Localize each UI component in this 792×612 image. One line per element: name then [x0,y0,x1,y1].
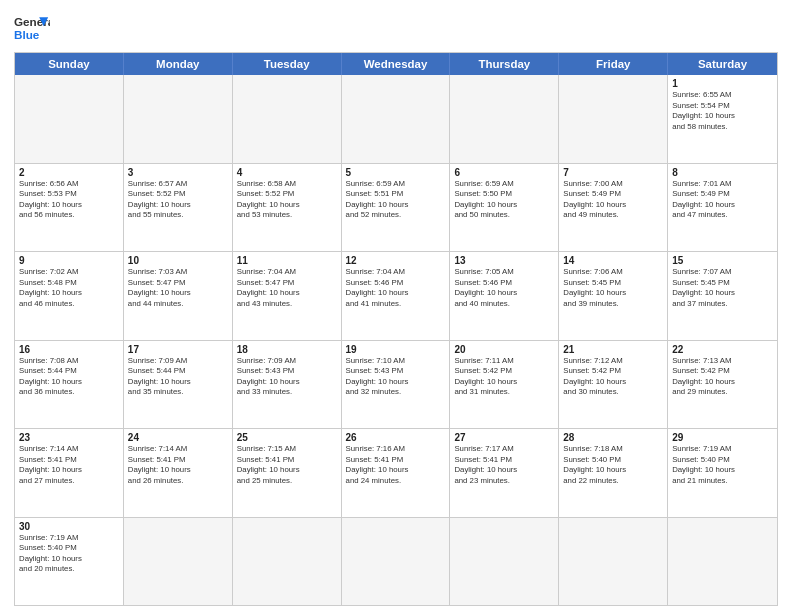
calendar-cell: 27Sunrise: 7:17 AM Sunset: 5:41 PM Dayli… [450,429,559,517]
day-number: 25 [237,432,337,443]
day-number: 15 [672,255,773,266]
calendar-cell: 2Sunrise: 6:56 AM Sunset: 5:53 PM Daylig… [15,164,124,252]
day-info: Sunrise: 7:17 AM Sunset: 5:41 PM Dayligh… [454,444,554,486]
calendar-cell: 15Sunrise: 7:07 AM Sunset: 5:45 PM Dayli… [668,252,777,340]
day-number: 22 [672,344,773,355]
calendar-row-4: 23Sunrise: 7:14 AM Sunset: 5:41 PM Dayli… [15,428,777,517]
day-info: Sunrise: 6:56 AM Sunset: 5:53 PM Dayligh… [19,179,119,221]
day-number: 8 [672,167,773,178]
calendar-row-2: 9Sunrise: 7:02 AM Sunset: 5:48 PM Daylig… [15,251,777,340]
day-number: 5 [346,167,446,178]
day-info: Sunrise: 7:10 AM Sunset: 5:43 PM Dayligh… [346,356,446,398]
calendar-cell: 30Sunrise: 7:19 AM Sunset: 5:40 PM Dayli… [15,518,124,606]
day-number: 9 [19,255,119,266]
day-number: 20 [454,344,554,355]
calendar-cell: 12Sunrise: 7:04 AM Sunset: 5:46 PM Dayli… [342,252,451,340]
calendar-cell [15,75,124,163]
day-number: 17 [128,344,228,355]
day-number: 10 [128,255,228,266]
calendar-cell [233,75,342,163]
calendar-body: 1Sunrise: 6:55 AM Sunset: 5:54 PM Daylig… [15,75,777,605]
calendar-cell [233,518,342,606]
day-number: 29 [672,432,773,443]
day-info: Sunrise: 7:03 AM Sunset: 5:47 PM Dayligh… [128,267,228,309]
weekday-header-saturday: Saturday [668,53,777,75]
day-info: Sunrise: 7:09 AM Sunset: 5:44 PM Dayligh… [128,356,228,398]
calendar-cell [342,75,451,163]
calendar-cell: 14Sunrise: 7:06 AM Sunset: 5:45 PM Dayli… [559,252,668,340]
day-info: Sunrise: 6:59 AM Sunset: 5:51 PM Dayligh… [346,179,446,221]
day-info: Sunrise: 7:18 AM Sunset: 5:40 PM Dayligh… [563,444,663,486]
calendar-cell [668,518,777,606]
calendar-cell: 1Sunrise: 6:55 AM Sunset: 5:54 PM Daylig… [668,75,777,163]
calendar-cell: 22Sunrise: 7:13 AM Sunset: 5:42 PM Dayli… [668,341,777,429]
calendar-cell [450,518,559,606]
calendar-cell [559,75,668,163]
day-number: 6 [454,167,554,178]
day-info: Sunrise: 7:00 AM Sunset: 5:49 PM Dayligh… [563,179,663,221]
calendar-cell [559,518,668,606]
day-info: Sunrise: 7:19 AM Sunset: 5:40 PM Dayligh… [672,444,773,486]
calendar-row-5: 30Sunrise: 7:19 AM Sunset: 5:40 PM Dayli… [15,517,777,606]
calendar-cell: 11Sunrise: 7:04 AM Sunset: 5:47 PM Dayli… [233,252,342,340]
logo-icon: General Blue [14,10,50,46]
day-info: Sunrise: 7:09 AM Sunset: 5:43 PM Dayligh… [237,356,337,398]
calendar-cell: 23Sunrise: 7:14 AM Sunset: 5:41 PM Dayli… [15,429,124,517]
calendar-header: SundayMondayTuesdayWednesdayThursdayFrid… [15,53,777,75]
calendar-cell: 9Sunrise: 7:02 AM Sunset: 5:48 PM Daylig… [15,252,124,340]
calendar-cell: 18Sunrise: 7:09 AM Sunset: 5:43 PM Dayli… [233,341,342,429]
calendar-cell: 16Sunrise: 7:08 AM Sunset: 5:44 PM Dayli… [15,341,124,429]
calendar-cell: 28Sunrise: 7:18 AM Sunset: 5:40 PM Dayli… [559,429,668,517]
page: General Blue SundayMondayTuesdayWednesda… [0,0,792,612]
calendar-cell: 17Sunrise: 7:09 AM Sunset: 5:44 PM Dayli… [124,341,233,429]
day-number: 27 [454,432,554,443]
day-number: 4 [237,167,337,178]
calendar-cell: 25Sunrise: 7:15 AM Sunset: 5:41 PM Dayli… [233,429,342,517]
weekday-header-monday: Monday [124,53,233,75]
day-number: 26 [346,432,446,443]
day-info: Sunrise: 7:07 AM Sunset: 5:45 PM Dayligh… [672,267,773,309]
day-number: 30 [19,521,119,532]
calendar-cell: 3Sunrise: 6:57 AM Sunset: 5:52 PM Daylig… [124,164,233,252]
day-number: 14 [563,255,663,266]
calendar-row-0: 1Sunrise: 6:55 AM Sunset: 5:54 PM Daylig… [15,75,777,163]
calendar: SundayMondayTuesdayWednesdayThursdayFrid… [14,52,778,606]
day-info: Sunrise: 7:14 AM Sunset: 5:41 PM Dayligh… [128,444,228,486]
day-number: 13 [454,255,554,266]
day-number: 7 [563,167,663,178]
calendar-cell: 24Sunrise: 7:14 AM Sunset: 5:41 PM Dayli… [124,429,233,517]
day-info: Sunrise: 7:11 AM Sunset: 5:42 PM Dayligh… [454,356,554,398]
day-number: 1 [672,78,773,89]
header-row: General Blue [14,10,778,46]
calendar-row-1: 2Sunrise: 6:56 AM Sunset: 5:53 PM Daylig… [15,163,777,252]
weekday-header-friday: Friday [559,53,668,75]
day-number: 2 [19,167,119,178]
calendar-cell: 21Sunrise: 7:12 AM Sunset: 5:42 PM Dayli… [559,341,668,429]
calendar-cell: 8Sunrise: 7:01 AM Sunset: 5:49 PM Daylig… [668,164,777,252]
weekday-header-thursday: Thursday [450,53,559,75]
calendar-cell: 5Sunrise: 6:59 AM Sunset: 5:51 PM Daylig… [342,164,451,252]
calendar-cell: 10Sunrise: 7:03 AM Sunset: 5:47 PM Dayli… [124,252,233,340]
calendar-cell [124,518,233,606]
calendar-cell: 20Sunrise: 7:11 AM Sunset: 5:42 PM Dayli… [450,341,559,429]
day-number: 12 [346,255,446,266]
calendar-cell: 26Sunrise: 7:16 AM Sunset: 5:41 PM Dayli… [342,429,451,517]
day-number: 18 [237,344,337,355]
day-number: 19 [346,344,446,355]
calendar-cell: 7Sunrise: 7:00 AM Sunset: 5:49 PM Daylig… [559,164,668,252]
day-info: Sunrise: 7:08 AM Sunset: 5:44 PM Dayligh… [19,356,119,398]
calendar-cell [450,75,559,163]
day-info: Sunrise: 6:59 AM Sunset: 5:50 PM Dayligh… [454,179,554,221]
weekday-header-tuesday: Tuesday [233,53,342,75]
day-info: Sunrise: 6:55 AM Sunset: 5:54 PM Dayligh… [672,90,773,132]
day-info: Sunrise: 7:14 AM Sunset: 5:41 PM Dayligh… [19,444,119,486]
day-info: Sunrise: 6:58 AM Sunset: 5:52 PM Dayligh… [237,179,337,221]
weekday-header-wednesday: Wednesday [342,53,451,75]
day-number: 11 [237,255,337,266]
day-info: Sunrise: 6:57 AM Sunset: 5:52 PM Dayligh… [128,179,228,221]
svg-text:Blue: Blue [14,28,40,41]
day-info: Sunrise: 7:01 AM Sunset: 5:49 PM Dayligh… [672,179,773,221]
weekday-header-sunday: Sunday [15,53,124,75]
day-info: Sunrise: 7:04 AM Sunset: 5:47 PM Dayligh… [237,267,337,309]
day-info: Sunrise: 7:19 AM Sunset: 5:40 PM Dayligh… [19,533,119,575]
